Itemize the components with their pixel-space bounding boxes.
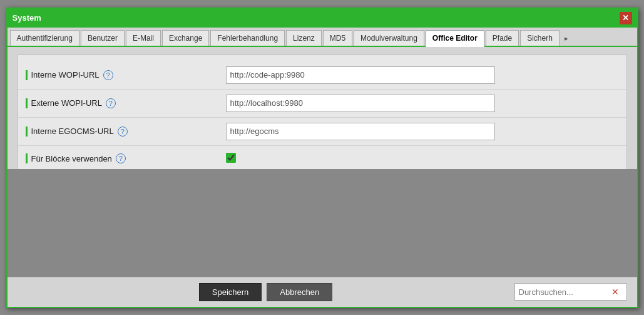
interne-egocms-help-icon[interactable]: ? bbox=[118, 127, 128, 137]
externe-wopi-label: Externe WOPI-URL ? bbox=[26, 98, 226, 108]
search-box: ✕ bbox=[514, 283, 627, 301]
main-window: System ✕ Authentifizierung Benutzer E-Ma… bbox=[6, 8, 638, 308]
window-title: System bbox=[13, 13, 41, 23]
fuer-bloecke-help-icon[interactable]: ? bbox=[116, 153, 126, 163]
interne-egocms-label: Interne EGOCMS-URL ? bbox=[26, 127, 226, 137]
externe-wopi-help-icon[interactable]: ? bbox=[106, 98, 116, 108]
tab-authentifizierung[interactable]: Authentifizierung bbox=[10, 30, 79, 46]
tab-sicherheit[interactable]: Sicherh bbox=[520, 30, 560, 46]
form-section: Interne WOPI-URL ? Externe WOPI-URL ? bbox=[18, 54, 627, 170]
form-row-interne-wopi: Interne WOPI-URL ? bbox=[18, 61, 626, 89]
tab-benutzer[interactable]: Benutzer bbox=[81, 30, 125, 46]
fuer-bloecke-checkbox[interactable] bbox=[226, 153, 236, 163]
footer-buttons: Speichern Abbrechen bbox=[18, 283, 514, 301]
interne-wopi-label: Interne WOPI-URL ? bbox=[26, 70, 226, 80]
tab-md5[interactable]: MD5 bbox=[323, 30, 352, 46]
interne-wopi-help-icon[interactable]: ? bbox=[103, 70, 113, 80]
tab-fehlerbehandlung[interactable]: Fehlerbehandlung bbox=[210, 30, 285, 46]
tabs-more-button[interactable]: ▸ bbox=[562, 31, 571, 46]
fuer-bloecke-checkbox-wrapper bbox=[226, 153, 619, 165]
externe-wopi-input-wrapper bbox=[226, 95, 619, 112]
tabs-bar: Authentifizierung Benutzer E-Mail Exchan… bbox=[8, 28, 637, 47]
tab-office-editor[interactable]: Office Editor bbox=[426, 30, 484, 47]
tab-email[interactable]: E-Mail bbox=[126, 30, 161, 46]
interne-wopi-input-wrapper bbox=[226, 66, 619, 84]
background-area bbox=[8, 169, 637, 277]
titlebar: System ✕ bbox=[8, 9, 637, 28]
interne-wopi-input[interactable] bbox=[226, 66, 495, 84]
content-area: Interne WOPI-URL ? Externe WOPI-URL ? bbox=[8, 47, 637, 170]
form-row-fuer-bloecke: Für Blöcke verwenden ? bbox=[18, 145, 626, 170]
tab-modulverwaltung[interactable]: Modulverwaltung bbox=[354, 30, 424, 46]
interne-egocms-input[interactable] bbox=[226, 123, 495, 140]
fuer-bloecke-label: Für Blöcke verwenden ? bbox=[26, 153, 226, 163]
form-row-interne-egocms: Interne EGOCMS-URL ? bbox=[18, 117, 626, 145]
tab-lizenz[interactable]: Lizenz bbox=[286, 30, 322, 46]
tab-pfade[interactable]: Pfade bbox=[486, 30, 519, 46]
close-button[interactable]: ✕ bbox=[620, 12, 632, 24]
form-row-externe-wopi: Externe WOPI-URL ? bbox=[18, 89, 626, 117]
externe-wopi-input[interactable] bbox=[226, 95, 495, 112]
save-button[interactable]: Speichern bbox=[199, 283, 262, 301]
interne-egocms-input-wrapper bbox=[226, 123, 619, 140]
cancel-button[interactable]: Abbrechen bbox=[267, 283, 332, 301]
tab-exchange[interactable]: Exchange bbox=[162, 30, 209, 46]
search-input[interactable] bbox=[515, 287, 609, 297]
footer-bar: Speichern Abbrechen ✕ bbox=[8, 277, 637, 307]
search-clear-icon[interactable]: ✕ bbox=[609, 287, 621, 297]
